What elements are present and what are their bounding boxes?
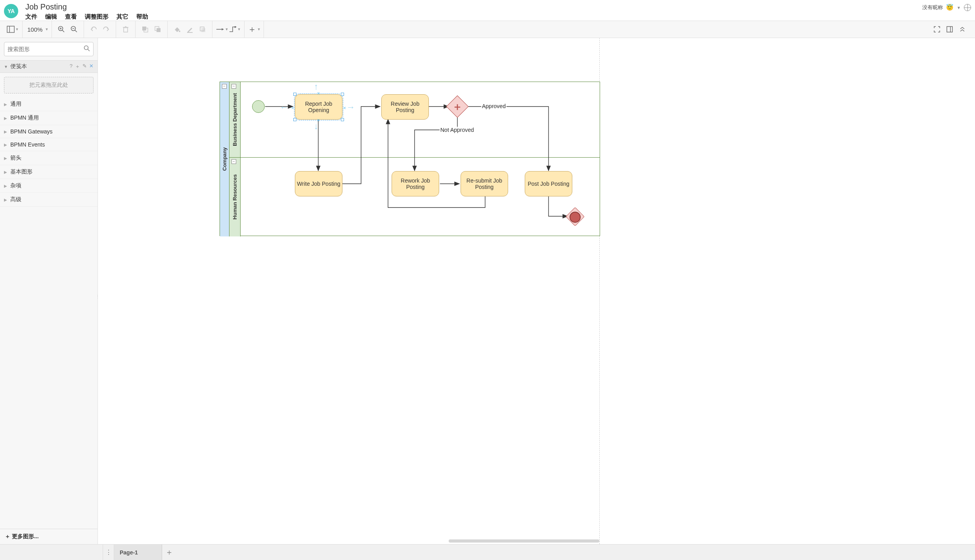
language-icon[interactable] <box>964 4 971 11</box>
category-bpmn-events[interactable]: ▶BPMN Events <box>0 138 98 151</box>
menu-file[interactable]: 文件 <box>25 13 37 21</box>
svg-line-26 <box>88 50 90 51</box>
direction-arrow-right[interactable]: → <box>346 102 355 112</box>
plus-icon: ＋ <box>248 23 256 35</box>
menu-help[interactable]: 帮助 <box>136 13 148 21</box>
paint-bucket-icon <box>174 26 181 33</box>
svg-point-25 <box>84 46 88 50</box>
pages-menu-button[interactable]: ⋮ <box>103 545 114 560</box>
lane1-collapse-toggle[interactable]: − <box>231 84 236 89</box>
page-tab-1[interactable]: Page-1 <box>114 545 162 560</box>
scratchpad-help-icon[interactable]: ? <box>70 63 73 70</box>
redo-button[interactable] <box>100 23 113 36</box>
category-bpmn-gateways[interactable]: ▶BPMN Gateways <box>0 125 98 138</box>
zoom-in-icon <box>58 26 65 33</box>
menu-bar: 文件 编辑 查看 调整图形 其它 帮助 <box>25 13 922 21</box>
category-bpmn-general[interactable]: ▶BPMN 通用 <box>0 111 98 125</box>
lane2-collapse-toggle[interactable]: − <box>231 159 236 164</box>
task-post-job-posting[interactable]: Post Job Posting <box>525 171 572 196</box>
start-event[interactable] <box>252 100 265 113</box>
fill-color-button[interactable] <box>171 23 184 36</box>
shadow-icon <box>199 26 206 33</box>
task-resubmit-job-posting[interactable]: Re-submit Job Posting <box>461 171 508 196</box>
delete-button[interactable] <box>119 23 132 36</box>
svg-line-7 <box>75 30 77 32</box>
fullscreen-button[interactable] <box>931 23 943 36</box>
svg-rect-0 <box>7 26 14 32</box>
category-general[interactable]: ▶通用 <box>0 97 98 111</box>
user-label: 没有昵称 <box>922 4 943 11</box>
direction-arrow-down[interactable]: ↓ <box>314 121 318 131</box>
category-advanced[interactable]: ▶高级 <box>0 193 98 207</box>
svg-rect-23 <box>947 27 952 32</box>
collapse-panel-button[interactable] <box>956 23 969 36</box>
task-label: Report Job Opening <box>297 101 340 113</box>
view-mode-button[interactable]: ▼ <box>6 23 19 36</box>
menu-arrange[interactable]: 调整图形 <box>85 13 109 21</box>
user-avatar-emoji: 😇 <box>946 4 954 11</box>
user-dropdown-caret[interactable]: ▼ <box>957 6 961 10</box>
task-label: Post Job Posting <box>528 181 569 187</box>
zoom-in-button[interactable] <box>55 23 68 36</box>
canvas-area[interactable]: Company Business Department Human Resour… <box>98 38 975 544</box>
scratchpad-add-icon[interactable]: ＋ <box>75 63 80 70</box>
scratchpad-header[interactable]: ▼ 便笺本 ? ＋ ✎ ✕ <box>0 60 98 73</box>
direction-arrow-left[interactable]: ← <box>280 102 289 112</box>
task-write-job-posting[interactable]: Write Job Posting <box>295 171 342 196</box>
svg-marker-21 <box>222 28 224 30</box>
toolbar: ▼ 100% ▼ <box>0 21 975 38</box>
svg-line-3 <box>62 30 64 32</box>
redo-icon <box>103 27 110 32</box>
menu-edit[interactable]: 编辑 <box>45 13 57 21</box>
undo-button[interactable] <box>87 23 100 36</box>
insert-button[interactable]: ＋ ▼ <box>248 23 260 36</box>
svg-rect-12 <box>142 27 146 30</box>
svg-rect-15 <box>157 28 161 32</box>
svg-point-16 <box>179 30 180 32</box>
zoom-level[interactable]: 100% <box>26 26 44 33</box>
zoom-out-icon <box>71 26 78 33</box>
task-review-job-posting[interactable]: Review Job Posting <box>381 94 429 120</box>
zoom-dropdown-caret[interactable]: ▼ <box>45 27 48 31</box>
horizontal-scrollbar[interactable] <box>449 539 599 543</box>
category-basic-shapes[interactable]: ▶基本图形 <box>0 165 98 179</box>
search-shapes-box[interactable] <box>4 42 94 56</box>
to-front-button[interactable] <box>139 23 151 36</box>
connection-style-button[interactable]: ▼ <box>216 23 228 36</box>
category-arrows[interactable]: ▶箭头 <box>0 151 98 165</box>
lane-business-dept[interactable]: Business Department <box>229 82 241 157</box>
search-icon[interactable] <box>84 45 90 53</box>
lane-separator <box>241 157 600 158</box>
shadow-button[interactable] <box>196 23 209 36</box>
bpmn-diagram[interactable]: Company Business Department Human Resour… <box>220 82 600 282</box>
waypoint-style-button[interactable]: ▼ <box>228 23 241 36</box>
shape-category-list: ▶通用 ▶BPMN 通用 ▶BPMN Gateways ▶BPMN Events… <box>0 97 98 529</box>
task-report-job-opening[interactable]: Report Job Opening ×× ×× <box>295 94 342 120</box>
pool-title[interactable]: Company <box>220 82 229 236</box>
to-back-button[interactable] <box>151 23 164 36</box>
sidebar-layout-icon <box>7 26 15 33</box>
page-tabs-bar: ⋮ Page-1 ＋ <box>0 544 975 560</box>
scratchpad-edit-icon[interactable]: ✎ <box>82 63 87 70</box>
menu-view[interactable]: 查看 <box>65 13 77 21</box>
edge-label-not-approved: Not Approved <box>440 127 475 133</box>
pool-collapse-toggle[interactable]: − <box>222 84 227 89</box>
scratchpad-dropzone[interactable]: 把元素拖至此处 <box>4 77 94 93</box>
lane-human-resources[interactable]: Human Resources <box>229 157 241 236</box>
connection-icon <box>216 27 224 32</box>
add-page-button[interactable]: ＋ <box>162 545 176 560</box>
menu-extras[interactable]: 其它 <box>117 13 128 21</box>
more-shapes-button[interactable]: ＋ 更多图形... <box>0 529 98 544</box>
task-rework-job-posting[interactable]: Rework Job Posting <box>392 171 439 196</box>
task-label: Rework Job Posting <box>394 177 437 190</box>
panel-icon <box>946 26 953 32</box>
direction-arrow-up[interactable]: ↑ <box>314 82 318 92</box>
category-misc[interactable]: ▶杂项 <box>0 179 98 193</box>
format-panel-button[interactable] <box>943 23 956 36</box>
svg-rect-19 <box>201 28 205 32</box>
doc-title[interactable]: Job Posting <box>25 2 922 11</box>
search-shapes-input[interactable] <box>8 46 84 52</box>
line-color-button[interactable] <box>184 23 196 36</box>
zoom-out-button[interactable] <box>68 23 80 36</box>
scratchpad-close-icon[interactable]: ✕ <box>89 63 94 70</box>
